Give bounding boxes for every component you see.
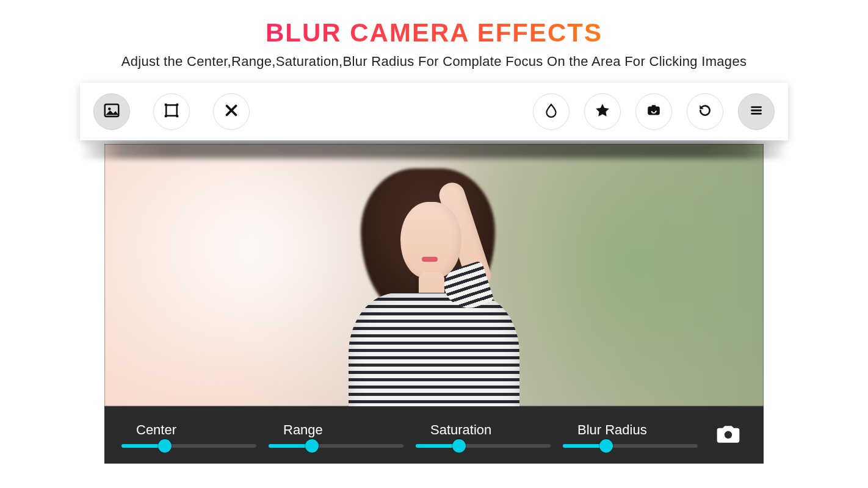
- menu-button[interactable]: [738, 93, 775, 130]
- crop-icon: [162, 101, 181, 122]
- capture-icon: [715, 420, 742, 450]
- slider-range: Range: [269, 422, 403, 448]
- star-icon: [595, 102, 610, 121]
- slider-label: Saturation: [430, 422, 551, 438]
- svg-rect-10: [652, 105, 656, 107]
- capture-button[interactable]: [710, 420, 747, 450]
- page-title: BLUR CAMERA EFFECTS: [266, 18, 602, 48]
- svg-rect-5: [165, 115, 167, 118]
- crop-button[interactable]: [153, 93, 190, 130]
- gallery-icon: [103, 101, 121, 122]
- slider-track-blur-radius[interactable]: [563, 444, 698, 448]
- slider-track-saturation[interactable]: [416, 444, 551, 448]
- slider-thumb[interactable]: [305, 439, 319, 453]
- drop-button[interactable]: [533, 93, 570, 130]
- slider-saturation: Saturation: [416, 422, 551, 448]
- camera-switch-icon: [646, 102, 662, 121]
- slider-label: Blur Radius: [577, 422, 698, 438]
- svg-rect-9: [648, 107, 660, 115]
- toolbar: [80, 83, 788, 140]
- svg-rect-6: [176, 115, 179, 118]
- slider-blur-radius: Blur Radius: [563, 422, 698, 448]
- gallery-button[interactable]: [93, 93, 130, 130]
- photo-viewport[interactable]: [104, 144, 764, 406]
- svg-point-1: [108, 107, 111, 110]
- page-subtitle: Adjust the Center,Range,Saturation,Blur …: [121, 54, 747, 70]
- star-button[interactable]: [584, 93, 621, 130]
- slider-label: Range: [283, 422, 403, 438]
- svg-rect-4: [176, 104, 179, 106]
- slider-center: Center: [121, 422, 256, 448]
- camera-switch-button[interactable]: [635, 93, 672, 130]
- close-icon: [222, 101, 241, 122]
- drop-icon: [543, 102, 559, 121]
- menu-icon: [748, 102, 764, 121]
- refresh-button[interactable]: [687, 93, 723, 130]
- slider-label: Center: [136, 422, 256, 438]
- close-button[interactable]: [213, 93, 250, 130]
- slider-track-range[interactable]: [269, 444, 403, 448]
- photo-background: [104, 144, 764, 406]
- slider-track-center[interactable]: [121, 444, 256, 448]
- slider-thumb[interactable]: [452, 439, 466, 453]
- slider-thumb[interactable]: [599, 439, 613, 453]
- svg-rect-2: [166, 105, 177, 116]
- slider-thumb[interactable]: [158, 439, 172, 453]
- refresh-icon: [697, 102, 713, 121]
- svg-point-16: [725, 431, 732, 439]
- svg-rect-3: [165, 104, 167, 106]
- slider-bar: Center Range Saturation Blur Radius: [104, 406, 764, 464]
